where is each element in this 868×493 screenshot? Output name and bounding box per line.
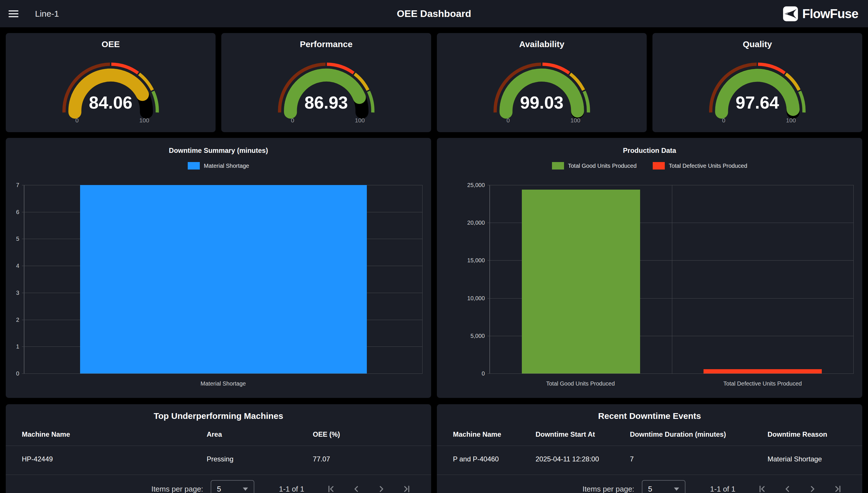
- y-axis-labels: 01234567: [6, 185, 24, 373]
- y-tick-label: 10,000: [467, 295, 485, 301]
- y-tick-label: 5: [16, 236, 19, 242]
- first-page-icon[interactable]: [326, 484, 336, 493]
- legend-swatch-icon: [653, 162, 665, 170]
- next-page-icon[interactable]: [808, 484, 818, 493]
- gauge-max-label: 100: [570, 117, 580, 124]
- table-cell: Pressing: [207, 455, 313, 463]
- table-cell: Material Shortage: [768, 455, 846, 463]
- gauge-min-label: 0: [291, 117, 295, 124]
- quality-gauge: 97.640100: [653, 57, 862, 125]
- x-category-label: Total Defective Units Produced: [672, 380, 854, 387]
- items-per-page-value: 5: [217, 485, 221, 493]
- chart-title: Production Data: [437, 147, 862, 154]
- pagination-nav: [326, 484, 412, 493]
- y-tick-label: 6: [16, 209, 19, 215]
- gauge-title: Availability: [437, 39, 647, 49]
- table-header-row: Machine NameAreaOEE (%): [22, 429, 415, 439]
- items-per-page-select[interactable]: 5: [642, 480, 685, 493]
- table-cell: HP-42449: [22, 455, 207, 463]
- table-cell: 2025-04-11 12:28:00: [535, 455, 630, 463]
- plot-right-border: [853, 185, 854, 373]
- gauge-value: 99.03: [520, 93, 564, 112]
- legend-swatch-icon: [552, 162, 564, 170]
- divider: [6, 475, 431, 475]
- last-page-icon[interactable]: [402, 484, 412, 493]
- performance-gauge: 86.930100: [221, 57, 431, 125]
- gauge-min-label: 0: [722, 117, 726, 124]
- bar-total-defective-units-produced[interactable]: [704, 369, 822, 373]
- column-header: Area: [207, 430, 313, 438]
- recent-downtime-events-table: Recent Downtime Events Machine NameDownt…: [437, 404, 862, 493]
- y-tick-label: 0: [16, 370, 19, 377]
- y-tick-label: 0: [482, 370, 485, 377]
- first-page-icon[interactable]: [757, 484, 767, 493]
- underperforming-machines-table: Top Underperforming Machines Machine Nam…: [6, 404, 431, 493]
- gauge-row: OEE 84.060100 Performance 86.930100 Avai…: [6, 33, 862, 132]
- column-header: Machine Name: [453, 430, 535, 438]
- gauge-value: 84.06: [89, 93, 132, 112]
- table-body: P and P-404602025-04-11 12:28:007Materia…: [453, 446, 846, 472]
- pagination-bar: Items per page: 5 1-1 of 1: [453, 480, 846, 493]
- gauge-title: Quality: [653, 39, 862, 49]
- gauge-title: Performance: [221, 39, 431, 49]
- gridline: [22, 373, 422, 374]
- page-range-label: 1-1 of 1: [710, 485, 735, 493]
- gauge-zone: [584, 91, 589, 113]
- dashboard-title: OEE Dashboard: [0, 8, 868, 19]
- plot-right-border: [422, 185, 422, 373]
- bar-total-good-units-produced[interactable]: [522, 190, 640, 373]
- items-per-page-label: Items per page:: [583, 485, 634, 493]
- chart-row: Downtime Summary (minutes) Material Shor…: [6, 138, 862, 398]
- legend-label: Total Defective Units Produced: [669, 163, 747, 169]
- gauge-zone: [800, 91, 804, 113]
- caret-down-icon: [243, 488, 248, 491]
- x-axis-labels: Total Good Units ProducedTotal Defective…: [489, 380, 854, 387]
- gauge-card-quality: Quality 97.640100: [653, 33, 862, 132]
- table-title: Top Underperforming Machines: [22, 411, 415, 421]
- gauge-card-availability: Availability 99.030100: [437, 33, 647, 132]
- production-data-chart: Production Data Total Good Units Produce…: [437, 138, 862, 398]
- gauge-card-oee: OEE 84.060100: [6, 33, 215, 132]
- column-header: Downtime Start At: [535, 430, 630, 438]
- pagination-bar: Items per page: 5 1-1 of 1: [22, 480, 415, 493]
- y-axis-labels: 05,00010,00015,00020,00025,000: [437, 185, 489, 373]
- gauge-value: 97.64: [736, 93, 779, 112]
- y-tick-label: 5,000: [471, 333, 485, 339]
- chart-title: Downtime Summary (minutes): [6, 147, 431, 154]
- legend-item[interactable]: Total Defective Units Produced: [653, 162, 747, 170]
- previous-page-icon[interactable]: [782, 484, 792, 493]
- legend-item[interactable]: Material Shortage: [188, 162, 249, 170]
- y-tick-label: 1: [16, 343, 19, 350]
- items-per-page-select[interactable]: 5: [211, 480, 254, 493]
- y-tick-label: 20,000: [467, 219, 485, 226]
- plot-area: [489, 185, 854, 373]
- x-category-label: Total Good Units Produced: [489, 380, 672, 387]
- availability-gauge: 99.030100: [437, 57, 647, 125]
- downtime-summary-chart: Downtime Summary (minutes) Material Shor…: [6, 138, 431, 398]
- gauge-max-label: 100: [786, 117, 796, 124]
- gauge-zone: [369, 91, 373, 113]
- legend-item[interactable]: Total Good Units Produced: [552, 162, 637, 170]
- previous-page-icon[interactable]: [351, 484, 361, 493]
- table-cell: 7: [630, 455, 768, 463]
- gridline: [487, 185, 854, 185]
- bar-material-shortage[interactable]: [80, 185, 367, 373]
- items-per-page-label: Items per page:: [151, 485, 203, 493]
- table-row: Top Underperforming Machines Machine Nam…: [6, 404, 862, 493]
- y-tick-label: 2: [16, 316, 19, 323]
- table-title: Recent Downtime Events: [453, 411, 846, 421]
- gauge-value: 86.93: [304, 93, 348, 112]
- gauge-max-label: 100: [139, 117, 149, 124]
- y-tick-label: 7: [16, 182, 19, 189]
- table-cell: P and P-40460: [453, 455, 535, 463]
- gauge-zone: [153, 91, 157, 113]
- next-page-icon[interactable]: [376, 484, 386, 493]
- column-header: OEE (%): [313, 430, 415, 438]
- divider: [437, 475, 862, 475]
- last-page-icon[interactable]: [833, 484, 843, 493]
- table-row: P and P-404602025-04-11 12:28:007Materia…: [453, 446, 846, 472]
- column-header: Machine Name: [22, 430, 207, 438]
- chart-legend: Total Good Units ProducedTotal Defective…: [437, 162, 862, 170]
- pagination-nav: [757, 484, 843, 493]
- chart-legend: Material Shortage: [6, 162, 431, 170]
